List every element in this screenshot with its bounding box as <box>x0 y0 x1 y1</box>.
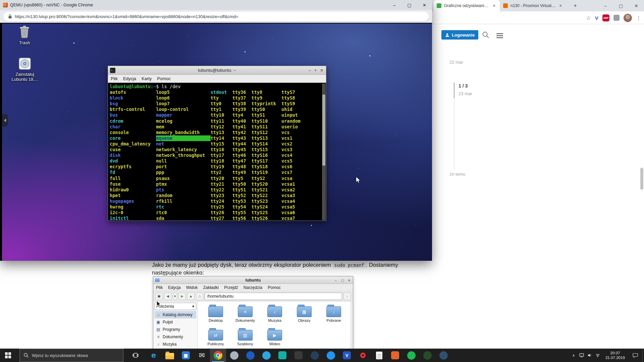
maximize-button[interactable]: + <box>314 68 317 73</box>
login-button[interactable]: Logowanie <box>441 30 478 40</box>
hidden-icons-chevron-icon[interactable]: ∧ <box>570 349 578 362</box>
maximize-button[interactable]: ▢ <box>402 0 417 10</box>
taskbar-app-store[interactable]: ▦ <box>178 349 194 362</box>
taskbar-app-bank-app[interactable] <box>242 349 258 362</box>
new-tab-icon[interactable]: ▣ <box>155 293 163 300</box>
scrollbar-thumb[interactable] <box>322 95 325 166</box>
v-extension-icon[interactable]: V <box>595 15 598 21</box>
menu-item-karty[interactable]: Karty <box>139 76 154 81</box>
up-icon[interactable]: ▲ <box>187 293 195 300</box>
menu-item-edycja[interactable]: Edycja <box>165 285 183 290</box>
desktop-icon-trash[interactable]: Trash <box>13 25 36 45</box>
path-input[interactable]: /home/lubuntu <box>205 293 342 300</box>
taskbar-clock[interactable]: 20:37 21.07.2019 <box>602 351 629 360</box>
taskbar-app-edge[interactable]: e <box>146 349 162 362</box>
menu-item-narzędzia[interactable]: Narzędzia <box>241 285 265 290</box>
chrome-menu-icon[interactable]: ⋮ <box>636 15 641 21</box>
terminal-body[interactable]: lubuntu@lubuntu:~$ ls /dev autofsloop5st… <box>108 83 326 221</box>
history-dropdown-icon[interactable]: ▾ <box>173 293 177 300</box>
page-scrollbar[interactable] <box>640 168 643 190</box>
taskbar-app-messenger[interactable] <box>323 349 339 362</box>
minimize-button[interactable]: – <box>333 279 338 282</box>
taskbar-app-grey-app[interactable] <box>226 349 242 362</box>
maximize-button[interactable]: ▢ <box>340 279 345 282</box>
action-center-button[interactable] <box>629 349 642 362</box>
menu-item-przejdź[interactable]: Przejdź <box>221 285 241 290</box>
taskbar-app-mail[interactable]: ✉ <box>194 349 210 362</box>
taskbar-search[interactable]: Wpisz tu wyszukiwane słowa <box>19 349 123 362</box>
close-button[interactable]: ✕ <box>347 279 352 282</box>
task-view-button[interactable] <box>128 349 143 362</box>
folder-item-7[interactable]: ▶Wideo <box>260 327 289 349</box>
folder-item-5[interactable]: ⇄Publiczny <box>201 327 230 349</box>
volume-tray-icon[interactable] <box>586 349 594 362</box>
close-button[interactable]: ✕ <box>629 0 644 11</box>
minimize-button[interactable]: – <box>387 0 402 10</box>
taskbar-app-chrome[interactable] <box>210 349 226 362</box>
folder-item-2[interactable]: ♪Muzyka <box>260 304 289 326</box>
network-tray-icon[interactable] <box>594 349 602 362</box>
taskbar-app-orange-game[interactable] <box>387 349 403 362</box>
back-icon[interactable]: ◀ <box>164 293 171 300</box>
taskbar-app-spotify[interactable] <box>403 349 419 362</box>
minimize-button[interactable]: – <box>309 68 311 73</box>
start-button[interactable] <box>0 349 16 362</box>
new-tab-button[interactable]: + <box>571 1 580 10</box>
display-tray-icon[interactable] <box>578 349 586 362</box>
minimize-button[interactable]: – <box>598 0 613 11</box>
desktop-icon-install-lubuntu[interactable]: Zainstaluj Lubuntu 18.... <box>9 57 40 82</box>
go-icon[interactable]: ↓ <box>343 293 351 300</box>
menu-item-plik[interactable]: Plik <box>153 285 165 290</box>
hamburger-menu-icon[interactable] <box>496 33 503 39</box>
bookmark-star-icon[interactable]: ☆ <box>586 14 591 21</box>
taskbar-app-v-app[interactable]: V <box>339 349 355 362</box>
taskbar-app-xbox[interactable] <box>419 349 435 362</box>
novnc-titlebar[interactable]: QEMU (vps8860) - noVNC - Google Chrome –… <box>0 0 432 10</box>
folder-item-0[interactable]: Desktop <box>201 304 230 326</box>
search-icon[interactable] <box>482 31 490 39</box>
novnc-control-bar-handle[interactable] <box>2 114 8 127</box>
forward-icon[interactable]: ▶ <box>178 293 186 300</box>
sidebar-item-3[interactable]: ≡Dokumenty <box>154 333 196 341</box>
orange-game-icon <box>391 351 399 359</box>
sidebar-item-0[interactable]: ⌂Katalog domowy <box>154 311 196 318</box>
taskbar-app-teal-app[interactable] <box>274 349 290 362</box>
menu-item-edycja[interactable]: Edycja <box>120 76 139 81</box>
close-button[interactable]: ✕ <box>320 68 323 73</box>
tab-close-icon[interactable]: ✕ <box>558 3 563 8</box>
terminal-scrollbar[interactable] <box>322 83 326 220</box>
menu-item-pomoc[interactable]: Pomoc <box>265 285 283 290</box>
adblock-icon[interactable]: ABP <box>602 14 609 21</box>
taskbar-app-telegram[interactable] <box>258 349 274 362</box>
taskbar-app-notepad[interactable] <box>371 349 387 362</box>
sidebar-item-4[interactable]: ♪Muzyka <box>154 341 196 348</box>
menu-item-plik[interactable]: Plik <box>108 76 120 81</box>
folder-item-4[interactable]: ↓Pobrane <box>319 304 348 326</box>
address-field[interactable]: https://n130.lvlup.pro:8006/?console=kvm… <box>3 12 429 21</box>
sidebar-item-2[interactable]: ▤Programy <box>154 326 196 333</box>
maximize-button[interactable]: ▢ <box>613 0 629 11</box>
browser-tab-1[interactable]: n130 - Proxmox Virtual Env✕ <box>500 0 566 11</box>
timeline-handle[interactable] <box>454 82 454 98</box>
taskbar-app-opera[interactable] <box>355 349 371 362</box>
menu-item-pomoc[interactable]: Pomoc <box>154 76 173 81</box>
terminal-titlebar[interactable]: >_ lubuntu@lubuntu: ~ – + ✕ <box>108 66 326 75</box>
folder-item-6[interactable]: ▤Szablony <box>230 327 260 349</box>
browser-tab-0[interactable]: Graficzne odzyskiwanie plik✕ <box>433 0 500 11</box>
menu-item-widok[interactable]: Widok <box>183 285 201 290</box>
show-desktop-button[interactable] <box>642 349 644 362</box>
home-icon[interactable]: ⌂ <box>196 293 203 300</box>
close-button[interactable]: ✕ <box>417 0 432 10</box>
taskbar-app-gog[interactable] <box>290 349 307 362</box>
folder-item-3[interactable]: ▦Obrazy <box>289 304 319 326</box>
extension-icon[interactable] <box>613 15 620 21</box>
sidebar-item-1[interactable]: ▣Pulpit <box>154 318 196 326</box>
tab-close-icon[interactable]: ✕ <box>492 3 496 8</box>
folder-item-1[interactable]: ≡Dokumenty <box>230 304 260 326</box>
profile-avatar[interactable] <box>624 14 632 22</box>
menu-item-zakładki[interactable]: Zakładki <box>200 285 221 290</box>
taskbar-app-steam-2[interactable] <box>435 349 451 362</box>
terminal-row: autofsloop5stdouttty36tty8ttyS7 <box>110 89 321 95</box>
taskbar-app-file-explorer[interactable] <box>162 349 178 362</box>
taskbar-app-steam[interactable] <box>307 349 323 362</box>
